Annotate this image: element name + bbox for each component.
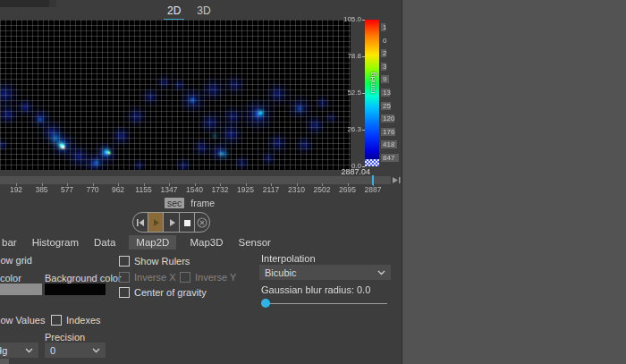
histogram-count: 418	[383, 140, 394, 149]
chevron-down-icon	[25, 347, 33, 353]
tab-map3d[interactable]: Map3D	[188, 235, 224, 250]
view-mode-tabs: 2D 3D	[164, 3, 215, 21]
color-scale-unit-label: mmHg	[368, 72, 376, 95]
checkbox-label: Show Rulers	[134, 256, 190, 267]
background-color-swatch[interactable]	[45, 284, 106, 295]
center-of-gravity-checkbox[interactable]: Center of gravity	[119, 287, 207, 298]
skip-end-icon[interactable]	[392, 175, 402, 185]
checkbox-box	[119, 287, 130, 298]
timeline-track[interactable]	[0, 176, 391, 184]
histogram-count: 3	[383, 62, 386, 72]
gaussian-blur-label: Gaussian blur radius: 0.0	[261, 284, 370, 295]
histogram-count: 13	[383, 88, 391, 97]
background-color-label: Background color	[45, 273, 122, 284]
grid-color-label: color	[0, 273, 21, 284]
checkbox-box	[119, 272, 130, 283]
cancel-button[interactable]	[195, 213, 209, 232]
precision-dropdown[interactable]: 0	[45, 343, 106, 358]
interpolation-dropdown[interactable]: Bicubic	[259, 265, 391, 280]
checkbox-label: Show Values	[0, 315, 45, 326]
histogram-count: 120	[383, 114, 394, 123]
tab-bar[interactable]: bar	[0, 235, 19, 250]
checkbox-box	[119, 256, 130, 267]
color-scale-tick-label: 105.0	[334, 15, 361, 23]
gaussian-blur-slider-knob[interactable]	[261, 299, 270, 308]
top-left-notch	[0, 0, 49, 7]
color-scale-tick-label: 78.8	[334, 52, 361, 60]
timeline-current-time: 2887.04	[295, 167, 370, 176]
color-scale-tick	[362, 56, 365, 57]
checkbox-label: Inverse X	[134, 272, 175, 283]
precision-label: Precision	[45, 332, 85, 343]
histogram-count: 9	[383, 74, 386, 84]
dropdown-value: mmHg	[0, 345, 7, 356]
grid-color-swatch[interactable]	[0, 284, 42, 295]
checkbox-label: Indexes	[66, 315, 101, 326]
histogram-count: 0	[383, 36, 386, 46]
color-scale-tick-label: 52.5	[334, 89, 361, 97]
tab-3d[interactable]: 3D	[193, 3, 214, 21]
stop-button[interactable]	[180, 213, 195, 232]
playback-controls	[132, 212, 210, 233]
tab-map2d[interactable]: Map2D	[129, 235, 176, 250]
dropdown-value: 0	[50, 345, 55, 356]
color-scale-tick	[362, 20, 365, 21]
unit-frame-button[interactable]: frame	[190, 198, 215, 208]
histogram-count: 25	[383, 101, 391, 111]
histogram-count: 1	[383, 22, 386, 32]
skip-start-button[interactable]	[133, 213, 148, 232]
map-panel: 2D 3D 105.078.852.526.30.0 mmHg 10239132…	[0, 0, 402, 364]
color-scale-tick	[362, 130, 365, 131]
unit-sec-button[interactable]: sec	[165, 198, 184, 208]
chevron-down-icon	[377, 269, 385, 275]
gaussian-blur-slider-track[interactable]	[261, 303, 387, 304]
show-values-checkbox[interactable]: Show Values	[0, 315, 45, 326]
dropdown-value: Bicubic	[265, 267, 296, 278]
tab-sensor[interactable]: Sensor	[236, 235, 272, 250]
pressure-heatmap[interactable]	[0, 20, 351, 170]
time-unit-toggle: sec frame	[165, 198, 215, 208]
checkbox-label: Inverse Y	[195, 272, 236, 283]
bottom-left-notch	[0, 359, 9, 364]
top-left-notch-2	[49, 0, 56, 7]
color-scale-tick-label: 26.3	[334, 125, 361, 133]
play-button[interactable]	[148, 213, 164, 232]
settings-tabs: barHistogramDataMap2DMap3DSensor	[0, 234, 273, 250]
step-forward-button[interactable]	[164, 213, 179, 232]
color-scale-underflow	[365, 159, 379, 166]
axis-tick-label: 2887	[355, 185, 391, 194]
histogram-count: 847	[383, 153, 394, 163]
histogram-count: 2	[383, 48, 386, 58]
inverse-y-checkbox[interactable]: Inverse Y	[180, 272, 236, 283]
stats-panel: NameUnitsAAverage Pressure mmHg 12.77Min…	[402, 0, 626, 364]
histogram-count: 176	[383, 127, 394, 137]
tab-histogram[interactable]: Histogram	[30, 235, 80, 250]
checkbox-label: Center of gravity	[134, 287, 207, 298]
color-scale-tick	[362, 93, 365, 94]
checkbox-box	[51, 315, 62, 326]
indexes-checkbox[interactable]: Indexes	[51, 315, 101, 326]
tab-data[interactable]: Data	[92, 235, 117, 250]
checkbox-box	[180, 272, 190, 283]
chevron-down-icon	[92, 347, 100, 353]
interpolation-label: Interpolation	[261, 253, 316, 264]
units-dropdown[interactable]: mmHg	[0, 343, 38, 358]
show-grid-label: Show grid	[0, 255, 32, 266]
inverse-x-checkbox[interactable]: Inverse X	[119, 272, 175, 283]
tab-2d[interactable]: 2D	[164, 3, 184, 21]
show-rulers-checkbox[interactable]: Show Rulers	[119, 256, 190, 267]
